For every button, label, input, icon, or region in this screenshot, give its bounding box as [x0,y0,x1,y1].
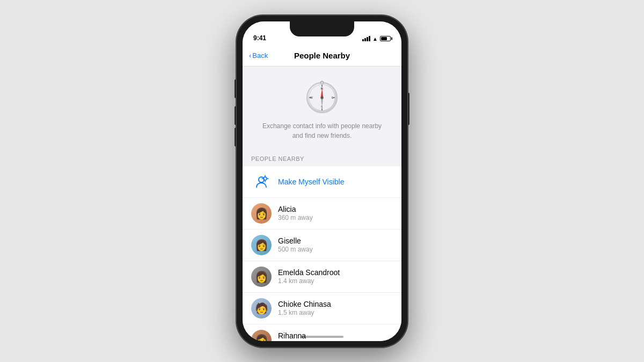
item-info: Emelda Scandroot 1.4 km away [278,268,393,285]
people-nearby-title: PEOPLE NEARBY [251,156,304,162]
item-info: Chioke Chinasa 1.5 km away [278,300,393,316]
phone-screen: 9:41 ▲ ‹ Back People Nearby [243,21,401,341]
item-distance: 1.4 km away [278,277,393,285]
item-name: Giselle [278,237,393,245]
people-nearby-list: Make Myself Visible 👩 Alicia 360 m away [243,166,401,341]
list-item[interactable]: 👩 Giselle 500 m away [243,230,401,261]
avatar: 👩 [251,267,272,287]
item-distance: 360 m away [278,214,393,221]
status-time: 9:41 [253,34,266,42]
item-distance: 1.5 km away [278,309,393,316]
item-distance: 500 m away [278,246,393,253]
hero-section: N S E W Exchange cont [243,67,401,149]
hero-description: Exchange contact info with people nearby… [262,121,382,141]
avatar: 🧑 [251,298,272,319]
list-item[interactable]: 👩 Rihanna 1.6 km away [243,324,401,341]
avatar: 👩 [251,203,272,224]
svg-text:W: W [310,96,313,99]
item-name: Emelda Scandroot [278,268,393,277]
make-visible-label: Make Myself Visible [278,178,344,186]
phone-frame: 9:41 ▲ ‹ Back People Nearby [236,15,408,348]
back-label: Back [252,51,268,60]
scroll-content[interactable]: N S E W Exchange cont [243,67,401,341]
signal-icon [362,36,370,41]
item-info: Alicia 360 m away [278,205,393,221]
visibility-icon [251,172,272,192]
item-name: Chioke Chinasa [278,300,393,308]
list-item[interactable]: 👩 Emelda Scandroot 1.4 km away [243,261,401,293]
home-indicator [301,336,343,338]
svg-rect-15 [321,83,323,85]
list-item[interactable]: 👩 Alicia 360 m away [243,198,401,230]
compass-icon: N S E W [303,77,341,116]
notch [290,21,354,36]
item-info: Giselle 500 m away [278,237,393,253]
make-visible-item[interactable]: Make Myself Visible [243,166,401,198]
avatar: 👩 [251,235,272,255]
avatar: 👩 [251,330,272,341]
people-nearby-header: PEOPLE NEARBY [243,149,401,166]
battery-icon [380,36,391,41]
page-title: People Nearby [294,51,350,60]
chevron-left-icon: ‹ [249,51,251,60]
status-icons: ▲ [362,36,391,42]
item-name: Alicia [278,205,393,213]
svg-point-16 [259,177,264,182]
nav-bar: ‹ Back People Nearby [243,45,401,67]
svg-point-12 [321,96,324,99]
item-distance: 1.6 km away [278,341,393,341]
wifi-icon: ▲ [372,36,378,42]
back-button[interactable]: ‹ Back [249,51,268,60]
list-item[interactable]: 🧑 Chioke Chinasa 1.5 km away [243,293,401,324]
